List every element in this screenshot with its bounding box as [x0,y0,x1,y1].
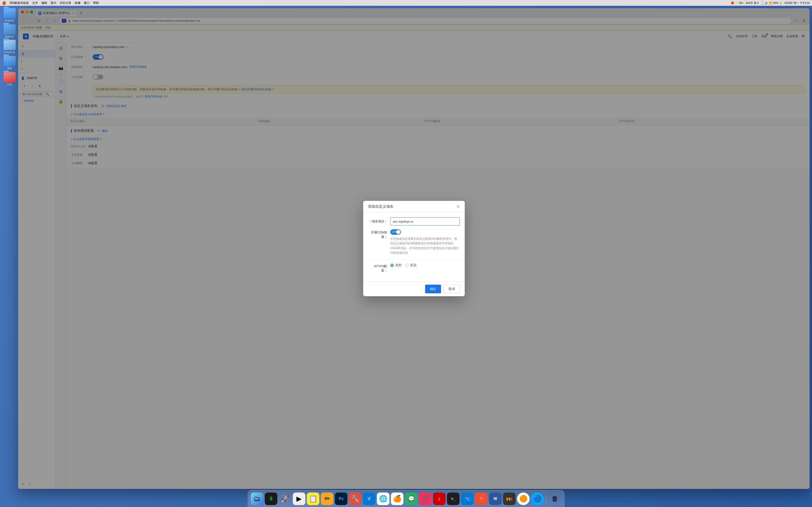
required-star: * [369,219,371,223]
history-menu[interactable]: 历史记录 [60,1,71,5]
file-menu[interactable]: 文件 [32,1,38,5]
modal-cdn-label: 开通CDN加速： [368,229,388,239]
browser-window: 百 百度智能云-管理中心 ✕ + ‹ › ↻ ⌂ ☆ 百 🔒 https://c… [18,8,406,253]
menubar: 🍎 360极速浏览器 文件 编辑 显示 历史记录 收藏 窗口 帮助 🔴 ⚡ 99… [0,0,406,6]
desktop-folder-llijianwei[interactable]: llijianwei [2,24,17,38]
bookmarks-menu[interactable]: 收藏 [75,1,81,5]
view-menu[interactable]: 显示 [51,1,56,5]
desktop-folder-red[interactable]: 红色 [2,72,17,87]
modal-cdn-content: ON 开启加速后您需要到域名注册商DNS解析管理中，将自定义域名CNAME解析至… [390,229,406,253]
modal-cdn-toggle[interactable]: ON [390,229,401,235]
desktop-sidebar: 优化程序 llijianwei iCloud云盘 网络 红色 [0,6,19,253]
modal-overlay: 添加自定义域名 ✕ * 域名地址： 开通CDN加速： [18,8,406,253]
apple-menu[interactable]: 🍎 [2,1,6,5]
modal-body: * 域名地址： 开通CDN加速： ON 开启加速 [363,213,406,253]
help-menu[interactable]: 帮助 [93,1,99,5]
modal-domain-label: * 域名地址： [368,219,388,224]
app-menu[interactable]: 360极速浏览器 [9,1,29,5]
desktop-folder-network[interactable]: 网络 [2,56,17,70]
modal-cdn-on-label: ON [392,230,396,234]
modal-cdn-row: 开通CDN加速： ON 开启加速后您需要到域名注册商DNS解析管理中，将自定义域… [368,229,406,253]
desktop-folder-optimize[interactable]: 优化程序 [2,8,17,22]
modal-domain-field: * 域名地址： [368,217,406,225]
modal-cdn-thumb [396,230,400,234]
window-menu[interactable]: 窗口 [84,1,90,5]
modal-header: 添加自定义域名 ✕ [363,201,406,213]
add-domain-modal: 添加自定义域名 ✕ * 域名地址： 开通CDN加速： [363,201,406,253]
modal-title: 添加自定义域名 [368,204,394,209]
modal-cdn-desc: 开启加速后您需要到域名注册商DNS解析管理中，将自定义域名CNAME解析至CDN… [390,237,406,253]
edit-menu[interactable]: 编辑 [41,1,47,5]
desktop-folder-icloud[interactable]: iCloud云盘 [2,40,17,54]
domain-input[interactable] [390,217,406,225]
